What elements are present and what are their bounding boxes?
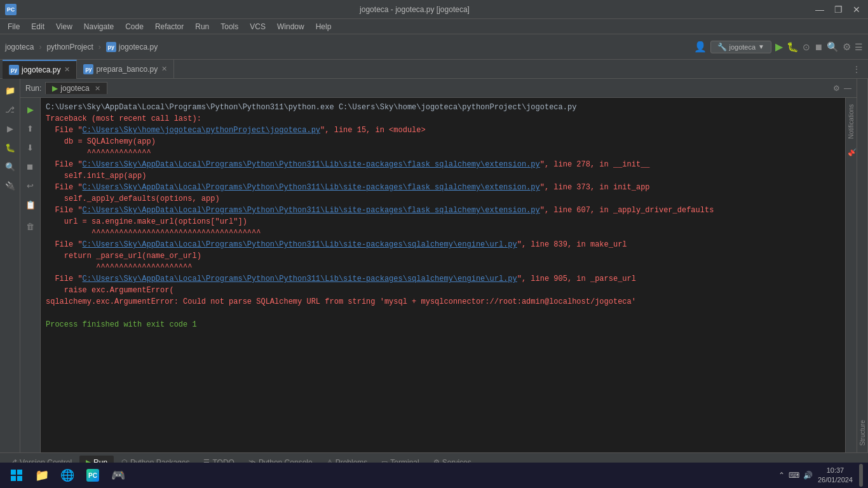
output-line-3: db = SQLAlchemy(app) [46,136,840,147]
more-options-icon[interactable]: ☰ [855,42,863,52]
run-debug-icon[interactable]: 🐛 [787,41,799,53]
output-link-0[interactable]: C:\Users\Sky\home\jogoteca\pythonProject… [83,126,320,135]
run-config-button[interactable]: 🔧 jogoteca ▼ [710,41,772,53]
start-button[interactable] [5,464,28,487]
settings-icon[interactable]: ⚙ [843,41,851,53]
chrome-button[interactable]: 🌐 [56,464,79,487]
search-icon[interactable]: 🔍 [827,41,839,53]
taskbar-clock[interactable]: 10:37 26/01/2024 [818,466,853,485]
maximize-button[interactable]: ❐ [832,4,845,15]
breadcrumb-module[interactable]: pythonProject [46,43,93,51]
debug-tool-icon[interactable]: 🐛 [1,139,19,156]
stop-icon[interactable]: ⏹ [22,158,39,175]
tab-prepara-close[interactable]: ✕ [161,65,167,73]
menu-refactor[interactable]: Refactor [150,21,189,32]
volume-icon[interactable]: 🔊 [803,471,813,480]
run-play-icon[interactable]: ▶ [775,41,783,53]
run-tab-jogoteca[interactable]: ▶ jogoteca ✕ [45,82,107,94]
explorer-button[interactable]: 📁 [31,464,53,487]
py-file-icon: py [106,42,116,52]
nav-bar: jogoteca › pythonProject › py jogoteca.p… [0,34,868,60]
chevron-up-icon[interactable]: ⌃ [778,471,785,480]
structure-label[interactable]: Structure [859,420,866,446]
minimize-button[interactable]: — [813,4,827,15]
run-tool-icon[interactable]: ▶ [1,119,19,137]
run-output: C:\Users\Sky\AppData\Local\Programs\Pyth… [41,98,845,452]
clear-output-icon[interactable]: 🗑 [22,217,39,235]
menu-code[interactable]: Code [120,21,149,32]
tab-jogoteca-close[interactable]: ✕ [64,65,70,74]
explorer-icon: 📁 [35,468,49,482]
tab-prepara-icon: py [83,64,93,74]
keyboard-icon[interactable]: ⌨ [789,471,799,480]
menu-navigate[interactable]: Navigate [79,21,119,32]
title-bar: PC jogoteca - jogoteca.py [jogoteca] — ❐… [0,0,868,19]
commit-icon[interactable]: ⎇ [1,100,19,118]
run-settings-icon[interactable]: ⚙ [833,84,840,93]
restore-layout-icon[interactable]: ↩ [22,177,39,194]
user-icon: 👤 [694,41,707,53]
tab-jogoteca-icon: py [9,65,19,75]
menu-help[interactable]: Help [311,21,337,32]
tabs-more-button[interactable]: ⋮ [848,65,865,74]
output-line-15: File "C:\Users\Sky\AppData\Local\Program… [46,273,840,285]
output-link-5[interactable]: C:\Users\Sky\AppData\Local\Programs\Pyth… [83,274,517,283]
output-link-3[interactable]: C:\Users\Sky\AppData\Local\Programs\Pyth… [83,206,540,215]
run-tab-play-icon: ▶ [52,84,58,93]
bookmark-icon[interactable]: 📌 [847,149,855,157]
output-line-2: File "C:\Users\Sky\home\jogoteca\pythonP… [46,125,840,136]
show-desktop-button[interactable] [859,464,863,487]
close-button[interactable]: ✕ [850,4,863,15]
run-tab-label: jogoteca [60,84,89,93]
run-stop-icon[interactable]: ⏹ [814,42,823,52]
output-link-1[interactable]: C:\Users\Sky\AppData\Local\Programs\Pyth… [83,160,540,169]
output-line-1: Traceback (most recent call last): [46,113,840,125]
tab-jogoteca[interactable]: py jogoteca.py ✕ [3,60,77,79]
tab-jogoteca-label: jogoteca.py [22,65,60,74]
svg-rect-1 [17,470,22,475]
unknown-app-icon: 🎮 [111,468,125,482]
run-header-right: ⚙ — [833,84,851,93]
plugins-icon[interactable]: 🔌 [1,177,19,194]
scroll-down-icon[interactable]: ⬇ [22,139,39,156]
output-line-8: self._apply_defaults(options, app) [46,193,840,205]
menu-file[interactable]: File [3,21,25,32]
output-line-11: ^^^^^^^^^^^^^^^^^^^^^^^^^^^^^^^^^^^^^ [46,227,840,239]
output-line-5: File "C:\Users\Sky\AppData\Local\Program… [46,159,840,170]
notifications-label[interactable]: Notifications [848,104,855,139]
run-coverage-icon[interactable]: ⊙ [803,42,810,52]
unknown-app-button[interactable]: 🎮 [107,464,130,487]
chrome-icon: 🌐 [60,468,74,482]
menu-view[interactable]: View [51,21,78,32]
output-link-4[interactable]: C:\Users\Sky\AppData\Local\Programs\Pyth… [83,240,517,249]
menu-edit[interactable]: Edit [26,21,50,32]
menu-vcs[interactable]: VCS [245,21,271,32]
output-line-6: self.init_app(app) [46,170,840,182]
pycharm-taskbar-icon: PC [86,469,99,482]
output-link-2[interactable]: C:\Users\Sky\AppData\Local\Programs\Pyth… [83,183,540,192]
scroll-up-icon[interactable]: ⬆ [22,119,39,137]
menu-tools[interactable]: Tools [215,21,243,32]
rerun-icon[interactable]: ▶ [22,100,39,118]
run-header-label: Run: [25,84,41,93]
project-view-icon[interactable]: 📁 [1,81,19,99]
output-line-16: raise exc.ArgumentError( [46,285,840,296]
nav-bar-left: jogoteca › pythonProject › py jogoteca.p… [5,42,158,52]
pin-tab-icon[interactable]: 📋 [22,196,39,214]
app-logo: PC [5,4,17,15]
run-minimize-icon[interactable]: — [844,84,851,93]
output-line-10: url = sa.engine.make_url(options["url"]) [46,216,840,227]
menu-run[interactable]: Run [190,21,214,32]
pycharm-taskbar-button[interactable]: PC [81,464,104,487]
breadcrumb-project[interactable]: jogoteca [5,43,34,51]
find-icon[interactable]: 🔍 [1,158,19,175]
taskbar-date-display: 26/01/2024 [818,475,853,485]
tab-prepara-banco[interactable]: py prepara_banco.py ✕ [77,60,174,79]
taskbar-time-display: 10:37 [818,466,853,475]
run-tab-close[interactable]: ✕ [95,85,100,93]
menu-window[interactable]: Window [272,21,309,32]
svg-rect-3 [17,476,22,481]
output-line-14: ^^^^^^^^^^^^^^^^^^^^^ [46,262,840,273]
output-line-9: File "C:\Users\Sky\AppData\Local\Program… [46,205,840,216]
windows-logo-icon [11,470,22,481]
